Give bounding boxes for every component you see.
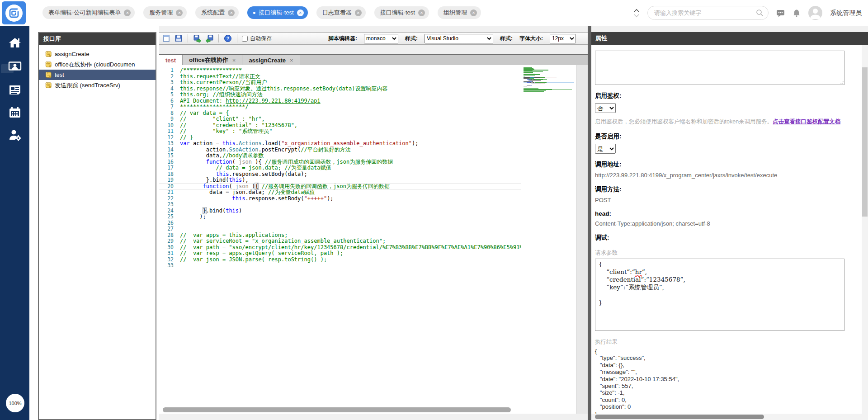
font-size-select[interactable]: 12px	[550, 34, 576, 43]
chevron-up-icon[interactable]	[633, 9, 640, 12]
minimap[interactable]	[521, 65, 576, 414]
editor-horizontal-scrollbar[interactable]	[163, 407, 511, 412]
tab-close-icon[interactable]: ×	[355, 9, 362, 16]
toolbar-separator	[218, 34, 219, 42]
library-item[interactable]: test	[39, 70, 156, 80]
code-line[interactable]: 12// }	[159, 135, 521, 141]
enable-select[interactable]: 是	[595, 144, 616, 154]
code-line[interactable]: 19 }.bind(this),	[159, 177, 521, 184]
calendar-icon[interactable]	[8, 105, 22, 120]
editor-tab[interactable]: office在线协作×	[183, 55, 242, 65]
import-button[interactable]	[205, 34, 214, 43]
user-settings-icon[interactable]	[8, 128, 22, 142]
user-name[interactable]: 系统管理员	[830, 9, 862, 17]
window-tab[interactable]: 接口编辑-test×	[374, 6, 429, 19]
library-item[interactable]: 发送跟踪 (sendTraceSrv)	[39, 80, 156, 90]
code-line[interactable]: 26	[159, 220, 521, 227]
code-line[interactable]: 5this.org; //组织快速访问方法	[159, 92, 521, 98]
code-line[interactable]: 22 this.response.setBody("+++++");	[159, 196, 521, 202]
code-line[interactable]: 33	[159, 263, 521, 269]
notification-bell-icon[interactable]	[793, 9, 801, 17]
code-line[interactable]: 14 action.SsoAction.postEncrypt(//平台封装好的…	[159, 147, 521, 153]
window-tab[interactable]: 表单编辑-公司新闻编辑表单×	[42, 6, 135, 19]
properties-top-strip	[591, 26, 868, 32]
code-line[interactable]: 32// var json = JSON.parse( resp.toStrin…	[159, 257, 521, 263]
properties-vertical-scrollbar[interactable]	[862, 45, 868, 420]
tab-close-icon[interactable]: ×	[418, 9, 425, 16]
new-button[interactable]	[162, 34, 171, 43]
code-line[interactable]: 3this.currentPerson//当前用户	[159, 80, 521, 86]
tab-close-icon[interactable]: ×	[176, 9, 183, 16]
request-params-textarea[interactable]: { “client”:“hr”, “credential”:“12345678”…	[595, 259, 844, 331]
code-editor[interactable]: 1/******************2this.requestText//请…	[159, 65, 521, 414]
chevron-down-icon[interactable]	[633, 14, 640, 18]
code-line[interactable]: 21 data = json.data; //为变量data赋值	[159, 189, 521, 196]
code-line[interactable]: 25 );	[159, 214, 521, 220]
code-line[interactable]: 20 function( json ){ //服务调用失败的回调函数，json为…	[159, 184, 521, 190]
editor-tab-close-icon[interactable]: ×	[290, 57, 293, 64]
window-tab[interactable]: 服务管理×	[143, 6, 187, 19]
window-tab[interactable]: 组织管理×	[438, 6, 481, 19]
code-line[interactable]: 13var action = this.Actions.load("x_orga…	[159, 141, 521, 147]
auth-doc-link[interactable]: 点击查看接口鉴权配置文档	[773, 118, 840, 125]
window-tab[interactable]: 接口编辑-test×	[247, 6, 307, 19]
library-item[interactable]: assignCreate	[39, 49, 156, 59]
auth-select[interactable]: 否	[595, 103, 616, 113]
code-line[interactable]: 17 // data = json.data; //为变量data赋值	[159, 165, 521, 171]
home-icon[interactable]	[8, 36, 22, 50]
code-line[interactable]: 16 function( json ){ //服务调用成功的回调函数，json为…	[159, 159, 521, 165]
vertical-scrollbar-thumb[interactable]	[862, 67, 868, 217]
autosave-toggle: 自动保存	[242, 35, 272, 42]
code-line[interactable]: 7********************/	[159, 104, 521, 110]
user-avatar[interactable]	[808, 6, 822, 20]
code-line[interactable]: 1/******************	[159, 67, 521, 74]
code-text	[180, 263, 183, 269]
code-line[interactable]: 18 this.response.setBody(data);	[159, 171, 521, 178]
code-line[interactable]: 4this.response//响应对象。通过this.response.set…	[159, 86, 521, 92]
code-line[interactable]: 2this.requestText//请求正文	[159, 74, 521, 80]
description-textarea[interactable]	[595, 51, 844, 85]
editor-tab-close-icon[interactable]: ×	[232, 57, 236, 64]
horizontal-scrollbar-thumb[interactable]	[595, 415, 764, 419]
autosave-label: 自动保存	[250, 35, 272, 42]
editor-tab[interactable]: assignCreate×	[242, 55, 300, 65]
code-line[interactable]: 6API Document: http://223.99.221.80:4199…	[159, 98, 521, 104]
window-tab[interactable]: 系统配置×	[195, 6, 239, 19]
tab-close-icon[interactable]: ×	[470, 9, 477, 16]
message-icon[interactable]	[776, 9, 785, 17]
code-line[interactable]: 31// var resp = apps.getQuery( serviceRo…	[159, 250, 521, 257]
code-line[interactable]: 15 data,//body请求参数	[159, 153, 521, 159]
app-logo[interactable]	[2, 1, 26, 24]
code-line[interactable]: 27	[159, 226, 521, 232]
tab-close-icon[interactable]: ×	[297, 9, 304, 16]
library-item[interactable]: office在线协作 (cloudDocumen	[39, 59, 156, 70]
window-tab[interactable]: 日志查看器×	[316, 6, 366, 19]
panel-splitter[interactable]	[588, 26, 591, 420]
code-line[interactable]: 30// var path = "sso/encrypt/client/hr/k…	[159, 245, 521, 251]
code-line[interactable]: 9// "client" : "hr",	[159, 116, 521, 123]
line-number: 18	[159, 171, 180, 178]
save-button[interactable]	[174, 34, 183, 43]
code-line[interactable]: 10// "credential" : "12345678",	[159, 123, 521, 129]
code-line[interactable]: 23	[159, 202, 521, 208]
editor-tab[interactable]: test	[159, 55, 183, 65]
tab-close-icon[interactable]: ×	[228, 9, 235, 16]
code-line[interactable]: 11// "key" : "系统管理员"	[159, 128, 521, 135]
help-button[interactable]: ?	[223, 34, 232, 43]
export-button[interactable]	[193, 34, 202, 43]
code-line[interactable]: 28// var apps = this.applications;	[159, 232, 521, 239]
style-select[interactable]: Visual Studio	[425, 34, 493, 43]
zoom-level-badge[interactable]: 100%	[6, 394, 24, 412]
tab-close-icon[interactable]: ×	[124, 9, 131, 16]
script-editor-select[interactable]: monaco	[364, 34, 398, 43]
news-icon[interactable]	[8, 83, 22, 97]
properties-horizontal-scrollbar[interactable]	[591, 414, 862, 420]
code-line[interactable]: 8// var data = {	[159, 110, 521, 117]
search-icon[interactable]	[756, 9, 764, 17]
code-line[interactable]: 24 }.bind(this)	[159, 208, 521, 214]
style-label: 样式:	[405, 35, 418, 42]
code-line[interactable]: 29// var serviceRoot = "x_organization_a…	[159, 238, 521, 245]
autosave-checkbox[interactable]	[242, 36, 248, 42]
search-input[interactable]	[654, 9, 756, 16]
panel-collapse-handle[interactable]	[1, 64, 14, 73]
